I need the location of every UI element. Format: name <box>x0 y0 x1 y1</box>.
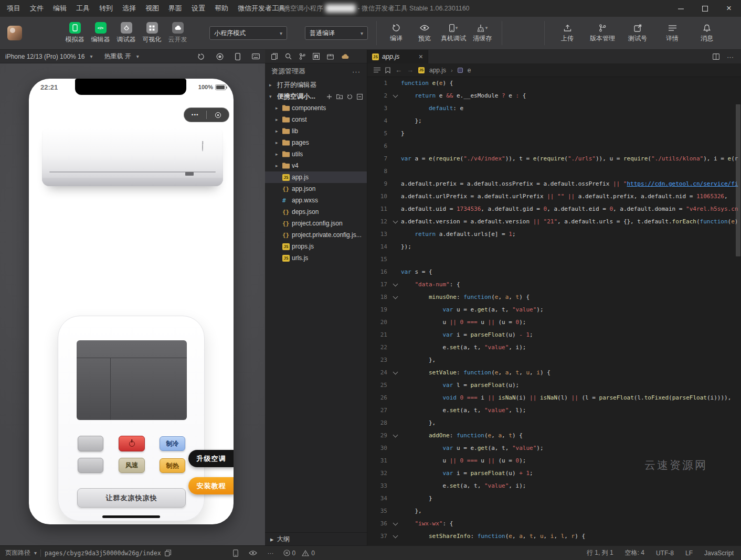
page-path[interactable]: pages/cbygz9da3j50000dw26g/index <box>45 550 161 557</box>
code-line[interactable]: 29 addOne: function(e, a, t) { <box>367 429 741 442</box>
fan-speed-button[interactable]: 风速 <box>119 458 145 473</box>
code-line[interactable]: 6 <box>367 140 741 153</box>
remote-blank-button-2[interactable] <box>78 458 103 473</box>
heat-mode-button[interactable]: 制热 <box>160 458 185 473</box>
open-editors-section[interactable]: ▸ 打开的编辑器 <box>265 79 367 91</box>
code-line[interactable]: 1function e(e) { <box>367 77 741 90</box>
compile-button[interactable]: 编译 <box>384 23 408 43</box>
menu-item[interactable]: 文件 <box>25 0 48 17</box>
minimize-button[interactable] <box>669 0 693 17</box>
minimize-capsule-icon[interactable] <box>207 112 229 118</box>
device-debug-button[interactable]: ▾ 真机调试 <box>441 23 466 43</box>
menu-item[interactable]: 设置 <box>187 0 210 17</box>
share-button[interactable]: 让群友凉快凉快 <box>77 488 186 508</box>
code-editor[interactable]: 1function e(e) {2 return e && e.__esModu… <box>367 77 741 545</box>
cloud-dev-button[interactable]: 云开发 <box>165 22 190 44</box>
eye-icon[interactable] <box>249 550 257 556</box>
npm-icon[interactable] <box>313 53 320 60</box>
rotate-icon[interactable] <box>197 53 205 60</box>
tree-item-lib[interactable]: ▸lib <box>265 125 367 137</box>
outline-toggle-icon[interactable] <box>374 67 380 73</box>
code-line[interactable]: 17 "data-num": { <box>367 278 741 291</box>
code-line[interactable]: 5} <box>367 127 741 140</box>
code-line[interactable]: 10a.default.urlPrefix = a.default.urlPre… <box>367 190 741 203</box>
page-path-select[interactable]: 页面路径 <box>5 548 30 557</box>
cloud-sync-icon[interactable] <box>341 53 349 59</box>
preview-button[interactable]: 预览 <box>412 23 437 43</box>
code-line[interactable]: 37 setShareInfo: function(e, a, t, u, i,… <box>367 530 741 543</box>
version-control-button[interactable]: 版本管理 <box>590 23 615 43</box>
eol-setting[interactable]: LF <box>685 550 693 557</box>
code-line[interactable]: 32 var i = parseFloat(u) + 1; <box>367 467 741 480</box>
language-mode[interactable]: JavaScript <box>704 550 734 557</box>
messages-button[interactable]: 消息 <box>695 23 719 43</box>
code-line[interactable]: 35 }, <box>367 505 741 518</box>
phone-simulator[interactable]: 22:21 100% ••• <box>29 79 234 524</box>
close-button[interactable]: × <box>717 0 741 17</box>
code-line[interactable]: 26 void 0 === i || isNaN(i) || isNaN(l) … <box>367 392 741 404</box>
screenshot-icon[interactable] <box>235 53 240 60</box>
code-line[interactable]: 18 minusOne: function(e, a, t) { <box>367 291 741 304</box>
menu-item[interactable]: 界面 <box>164 0 187 17</box>
menu-item[interactable]: 编辑 <box>48 0 71 17</box>
fold-chevron-icon[interactable] <box>393 533 398 539</box>
menu-item[interactable]: 选择 <box>118 0 141 17</box>
wechat-capsule[interactable]: ••• <box>184 107 229 122</box>
tree-item-props.js[interactable]: JSprops.js <box>265 241 367 252</box>
tree-item-components[interactable]: ▸components <box>265 102 367 114</box>
maximize-button[interactable] <box>693 0 717 17</box>
menu-item[interactable]: 工具 <box>71 0 94 17</box>
code-line[interactable]: 34 } <box>367 492 741 505</box>
simulator-button[interactable]: 模拟器 <box>62 22 88 44</box>
warning-count[interactable]: 0 <box>302 550 315 557</box>
files-icon[interactable] <box>271 53 278 60</box>
code-line[interactable]: 9a.default.prefix = a.default.ossPrefix … <box>367 178 741 190</box>
tree-item-app.js[interactable]: JSapp.js <box>265 171 367 183</box>
record-icon[interactable] <box>216 53 224 60</box>
encoding[interactable]: UTF-8 <box>656 550 674 557</box>
tree-item-v4[interactable]: ▸v4 <box>265 160 367 171</box>
hot-reload-toggle[interactable]: 热重载 开 ▾ <box>104 52 139 61</box>
test-account-button[interactable]: 测试号 <box>626 23 650 43</box>
code-line[interactable]: 7var a = e(require("./v4/index")), t = e… <box>367 153 741 165</box>
menu-item[interactable]: 帮助 <box>210 0 233 17</box>
compile-mode-select[interactable]: 普通编译 ▾ <box>305 26 368 40</box>
close-tab-icon[interactable]: × <box>419 53 423 60</box>
power-button[interactable] <box>119 436 145 451</box>
code-line[interactable]: 28 }, <box>367 417 741 429</box>
code-line[interactable]: 14}); <box>367 241 741 253</box>
code-line[interactable]: 11a.default.uid = 1734536, a.default.gid… <box>367 203 741 216</box>
details-button[interactable]: 详情 <box>660 23 684 43</box>
code-line[interactable]: 8 <box>367 165 741 178</box>
tree-item-app.wxss[interactable]: #app.wxss <box>265 195 367 206</box>
bookmark-icon[interactable] <box>385 67 390 73</box>
remote-blank-button-1[interactable] <box>78 436 103 451</box>
code-line[interactable]: 25 var l = parseFloat(u); <box>367 379 741 392</box>
tutorial-button[interactable]: 安装教程 <box>188 477 234 494</box>
fold-chevron-icon[interactable] <box>393 93 398 98</box>
fold-chevron-icon[interactable] <box>393 433 398 438</box>
menu-item[interactable]: 视图 <box>141 0 164 17</box>
fold-chevron-icon[interactable] <box>393 370 398 375</box>
collapse-all-icon[interactable] <box>357 94 363 100</box>
tree-item-project.config.json[interactable]: {}project.config.json <box>265 218 367 229</box>
user-avatar[interactable] <box>7 26 22 40</box>
project-root[interactable]: ▾ 便携空调小... <box>265 91 367 102</box>
search-icon[interactable] <box>285 53 292 60</box>
tree-item-urls.js[interactable]: JSurls.js <box>265 252 367 264</box>
cursor-position[interactable]: 行 1, 列 1 <box>587 548 613 557</box>
menu-item[interactable]: 转到 <box>94 0 118 17</box>
code-line[interactable]: 16var s = { <box>367 266 741 278</box>
fold-chevron-icon[interactable] <box>393 282 398 287</box>
more-icon[interactable]: ··· <box>727 53 734 61</box>
editor-button[interactable]: </> 编辑器 <box>88 22 113 44</box>
vconsole-icon[interactable] <box>233 550 238 557</box>
upgrade-button[interactable]: 升级空调 <box>188 450 234 467</box>
refresh-icon[interactable] <box>347 94 353 100</box>
code-line[interactable]: 2 return e && e.__esModule ? e : { <box>367 90 741 102</box>
copy-icon[interactable] <box>165 550 171 556</box>
breadcrumb-symbol[interactable]: e <box>468 67 471 74</box>
fold-chevron-icon[interactable] <box>393 294 398 299</box>
code-line[interactable]: 31 u || 0 === u || (u = 0); <box>367 455 741 467</box>
tab-app-js[interactable]: JS app.js × <box>367 50 428 63</box>
